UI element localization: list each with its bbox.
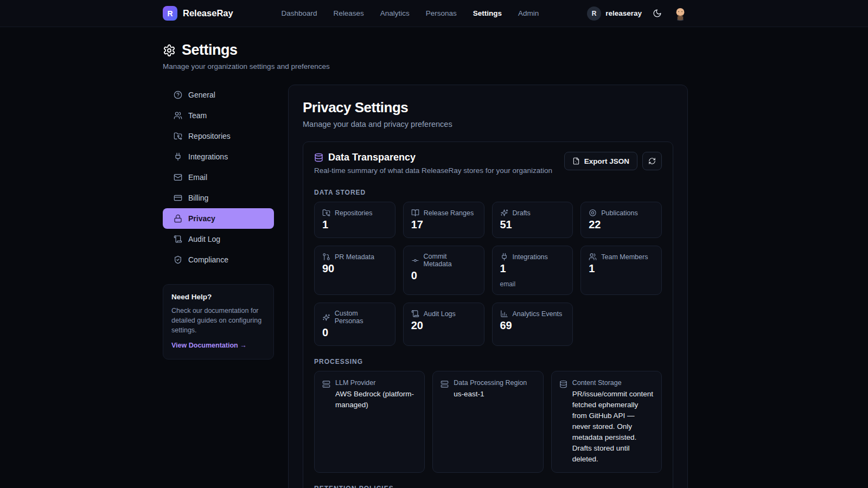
- stat-audit-logs: Audit Logs 20: [403, 303, 484, 346]
- card-title: Data Transparency: [328, 152, 416, 163]
- sidebar-item-team[interactable]: Team: [163, 105, 274, 126]
- stat-commit-metadata: Commit Metadata 0: [403, 246, 484, 295]
- git-commit-icon: [411, 256, 419, 265]
- help-circle-icon: [174, 91, 182, 99]
- stat-label: Integrations: [513, 253, 548, 261]
- sidebar-item-label: Integrations: [188, 152, 228, 161]
- page-subtitle: Manage your organization settings and pr…: [163, 62, 688, 70]
- stat-label: Release Ranges: [424, 209, 474, 217]
- stat-custom-personas: Custom Personas 0: [314, 303, 395, 346]
- plug-icon: [500, 253, 508, 261]
- scroll-icon: [174, 235, 182, 243]
- git-pull-request-icon: [322, 253, 330, 261]
- stat-team-members: Team Members 1: [580, 246, 662, 295]
- sidebar-item-label: Audit Log: [188, 235, 220, 243]
- nav-item-dashboard[interactable]: Dashboard: [281, 9, 317, 17]
- settings-sidebar: General Team Repositories Integrations E…: [163, 85, 274, 359]
- sidebar-item-billing[interactable]: Billing: [163, 188, 274, 208]
- stat-drafts: Drafts 51: [492, 202, 573, 238]
- sidebar-item-email[interactable]: Email: [163, 167, 274, 188]
- stat-label: PR Metadata: [335, 253, 374, 261]
- folder-git-icon: [322, 209, 330, 217]
- stat-label: Repositories: [335, 209, 372, 217]
- proc-llm-provider: LLM Provider AWS Bedrock (platform-manag…: [314, 371, 425, 473]
- stat-value: 1: [589, 262, 654, 275]
- stat-value: 0: [322, 326, 387, 339]
- stat-label: Audit Logs: [424, 310, 456, 318]
- stat-sub: email: [500, 280, 565, 288]
- refresh-button[interactable]: [642, 152, 662, 170]
- stat-value: 17: [411, 219, 476, 231]
- nav-item-settings[interactable]: Settings: [473, 9, 502, 17]
- stat-value: 1: [500, 262, 565, 275]
- page-title: Settings: [182, 42, 238, 59]
- sidebar-item-integrations[interactable]: Integrations: [163, 146, 274, 167]
- moon-icon: [653, 9, 662, 18]
- sidebar-item-privacy[interactable]: Privacy: [163, 208, 274, 229]
- brand-name: ReleaseRay: [183, 8, 233, 18]
- nav-item-personas[interactable]: Personas: [426, 9, 457, 17]
- dark-mode-toggle[interactable]: [653, 9, 662, 18]
- stat-label: Drafts: [513, 209, 531, 217]
- nav-item-analytics[interactable]: Analytics: [380, 9, 410, 17]
- export-json-button[interactable]: Export JSON: [564, 152, 637, 170]
- sidebar-item-label: General: [188, 91, 215, 99]
- top-nav: R ReleaseRay Dashboard Releases Analytic…: [0, 0, 868, 27]
- stat-label: Publications: [601, 209, 637, 217]
- folder-git-icon: [174, 132, 182, 140]
- data-stored-grid: Repositories 1 Release Ranges 17 Drafts …: [314, 202, 662, 346]
- stat-value: 20: [411, 319, 476, 332]
- stat-value: 0: [411, 269, 476, 282]
- proc-data-region: Data Processing Region us-east-1: [432, 371, 543, 473]
- processing-grid: LLM Provider AWS Bedrock (platform-manag…: [314, 371, 662, 473]
- sidebar-item-label: Compliance: [188, 255, 228, 264]
- stat-integrations: Integrations 1 email: [492, 246, 573, 295]
- users-icon: [589, 253, 597, 261]
- sidebar-item-general[interactable]: General: [163, 85, 274, 105]
- bar-chart-icon: [500, 310, 508, 318]
- nav-item-releases[interactable]: Releases: [333, 9, 363, 17]
- server-icon: [322, 380, 330, 388]
- user-initial-badge: R: [587, 7, 601, 21]
- mail-icon: [174, 173, 182, 182]
- settings-gear-icon: [163, 44, 176, 57]
- panel-title: Privacy Settings: [303, 99, 673, 116]
- panel-subtitle: Manage your data and privacy preferences: [303, 120, 673, 129]
- sidebar-item-audit-log[interactable]: Audit Log: [163, 229, 274, 249]
- scroll-icon: [411, 310, 419, 318]
- sidebar-item-label: Billing: [188, 194, 208, 202]
- brand-logo: R: [163, 6, 177, 21]
- disc-icon: [589, 209, 597, 217]
- shield-check-icon: [174, 255, 182, 264]
- sidebar-item-repositories[interactable]: Repositories: [163, 126, 274, 146]
- database-icon: [314, 153, 323, 162]
- sparkles-icon: [500, 209, 508, 217]
- export-json-label: Export JSON: [584, 157, 629, 165]
- user-menu[interactable]: R releaseray: [587, 7, 642, 21]
- stat-release-ranges: Release Ranges 17: [403, 202, 484, 238]
- view-documentation-link[interactable]: View Documentation →: [171, 342, 247, 349]
- proc-value: AWS Bedrock (platform-managed): [335, 389, 417, 410]
- users-icon: [174, 111, 182, 120]
- help-title: Need Help?: [171, 293, 265, 301]
- section-retention-policies: RETENTION POLICIES: [314, 485, 662, 488]
- stat-label: Analytics Events: [513, 310, 563, 318]
- plug-icon: [174, 152, 182, 161]
- proc-label: Content Storage: [572, 379, 654, 387]
- sidebar-item-label: Repositories: [188, 132, 231, 140]
- data-transparency-card: Data Transparency Real-time summary of w…: [303, 142, 673, 488]
- user-avatar[interactable]: [673, 6, 688, 21]
- file-json-icon: [572, 157, 580, 165]
- nav-item-admin[interactable]: Admin: [518, 9, 539, 17]
- card-subtitle: Real-time summary of what data ReleaseRa…: [314, 166, 552, 175]
- stat-value: 90: [322, 262, 387, 275]
- stat-label: Commit Metadata: [424, 253, 476, 268]
- proc-label: LLM Provider: [335, 379, 417, 387]
- proc-label: Data Processing Region: [454, 379, 527, 387]
- proc-value: us-east-1: [454, 389, 527, 400]
- stat-pr-metadata: PR Metadata 90: [314, 246, 395, 295]
- sidebar-item-compliance[interactable]: Compliance: [163, 249, 274, 270]
- brand[interactable]: R ReleaseRay: [163, 6, 233, 21]
- sparkles-icon: [322, 313, 330, 322]
- database-icon: [559, 380, 567, 388]
